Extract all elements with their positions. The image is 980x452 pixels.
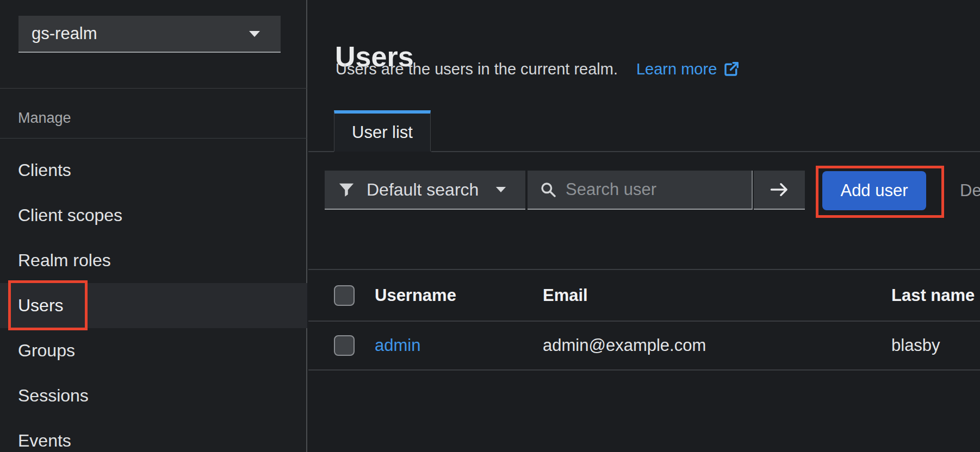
sidebar-item-events[interactable]: Events — [0, 418, 307, 452]
sidebar-item-realm-roles[interactable]: Realm roles — [0, 238, 307, 283]
search-type-label: Default search — [367, 180, 479, 200]
page-description: Users are the users in the current realm… — [336, 60, 618, 78]
tab-label: User list — [352, 123, 413, 142]
sidebar-item-users[interactable]: Users — [0, 283, 307, 328]
page-description-row: Users are the users in the current realm… — [336, 59, 740, 79]
sidebar-nav: Clients Client scopes Realm roles Users … — [0, 139, 307, 452]
search-submit-button[interactable] — [754, 171, 805, 210]
row-checkbox[interactable] — [334, 335, 355, 356]
sidebar-item-client-scopes[interactable]: Client scopes — [0, 193, 307, 238]
last-name-cell: blasby — [891, 336, 940, 355]
realm-selector[interactable]: gs-realm — [18, 16, 281, 53]
add-user-button[interactable]: Add user — [822, 171, 926, 210]
arrow-right-icon — [769, 181, 790, 198]
column-header-email: Email — [543, 286, 588, 305]
sidebar-item-label: Realm roles — [18, 250, 111, 271]
tabs-bottom-border — [308, 151, 334, 152]
sidebar-item-label: Users — [18, 296, 64, 316]
sidebar-item-label: Client scopes — [18, 205, 122, 225]
table-border — [308, 369, 980, 371]
sidebar-section-label: Manage — [18, 110, 71, 127]
sidebar-item-label: Groups — [18, 341, 75, 361]
sidebar-item-label: Sessions — [18, 386, 89, 406]
realm-selector-value: gs-realm — [32, 24, 97, 43]
search-field — [528, 171, 753, 210]
search-icon — [539, 181, 557, 198]
search-type-dropdown[interactable]: Default search — [325, 171, 525, 210]
chevron-down-icon — [495, 186, 507, 193]
email-cell: admin@example.com — [543, 336, 706, 355]
sidebar: gs-realm Manage Clients Client scopes Re… — [0, 0, 307, 452]
delete-user-button-truncated[interactable]: De — [960, 181, 980, 200]
search-input[interactable] — [566, 180, 752, 199]
table-row: admin admin@example.com blasby — [308, 322, 980, 369]
column-header-username: Username — [375, 286, 456, 305]
username-link[interactable]: admin — [375, 336, 420, 355]
sidebar-item-sessions[interactable]: Sessions — [0, 373, 307, 418]
table-header-row: Username Email Last name — [308, 270, 980, 321]
tab-user-list[interactable]: User list — [334, 110, 431, 152]
filter-icon — [338, 181, 355, 198]
chevron-down-icon — [248, 30, 261, 38]
learn-more-label: Learn more — [636, 60, 717, 78]
sidebar-divider — [0, 88, 307, 89]
sidebar-item-label: Clients — [18, 160, 71, 180]
external-link-icon — [723, 61, 740, 77]
sidebar-item-label: Events — [18, 431, 71, 451]
add-user-label: Add user — [840, 181, 908, 200]
sidebar-item-groups[interactable]: Groups — [0, 328, 307, 373]
column-header-last-name: Last name — [891, 286, 975, 305]
learn-more-link[interactable]: Learn more — [636, 60, 740, 78]
select-all-checkbox[interactable] — [334, 285, 355, 306]
sidebar-item-clients[interactable]: Clients — [0, 148, 307, 193]
tabs-bottom-border — [431, 151, 980, 152]
